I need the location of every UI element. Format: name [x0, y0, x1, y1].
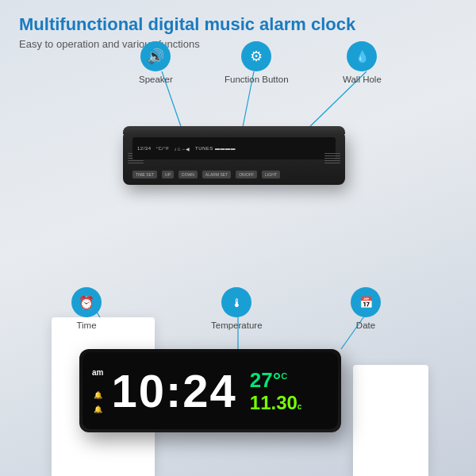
date-icon: 📅 [351, 287, 381, 317]
temperature-label: Temperature [211, 321, 263, 330]
back-display-text: 12/34 [137, 146, 152, 151]
speaker-label: Speaker [139, 75, 173, 84]
time-set-button[interactable]: TIME SET [132, 171, 157, 178]
callout-temperature: 🌡 Temperature [211, 287, 263, 330]
alarm-time-value: 11.30 [250, 393, 298, 413]
callout-wall-hole: 💧 Wall Hole [343, 41, 382, 84]
clock-back-display: 12/34 °C/°F ♪♫→◀ TUNES ▬▬▬▬ [132, 137, 336, 159]
temperature-value: 27° [250, 370, 281, 390]
clock-back-buttons: TIME SET UP DOWN ALARM SET ON/OFF LIGHT [132, 171, 336, 178]
clock-back-top-face [123, 126, 345, 134]
clock-display-inner: am 🔔 🔔 10:24 27° C 11.30 c [83, 352, 338, 429]
on-off-button[interactable]: ON/OFF [236, 171, 257, 178]
light-button[interactable]: LIGHT [262, 171, 280, 178]
right-speaker-grille [324, 136, 340, 180]
am-label: am [92, 368, 103, 377]
clock-front-device: am 🔔 🔔 10:24 27° C 11.30 c [79, 349, 341, 432]
page: Multifunctional digital music alarm cloc… [0, 0, 476, 476]
temperature-icon: 🌡 [221, 287, 251, 317]
pedestal-right [353, 365, 428, 476]
temp-unit: C [281, 371, 287, 381]
date-label: Date [356, 321, 375, 330]
clock-back-device: 12/34 °C/°F ♪♫→◀ TUNES ▬▬▬▬ TIME SET UP … [123, 131, 345, 185]
callout-time: ⏰ Time [71, 287, 102, 330]
alarm-time-group: 11.30 c [250, 393, 302, 413]
function-icon: ⚙ [241, 41, 271, 71]
am-alarm-group: am 🔔 🔔 [92, 368, 103, 413]
alarm2-icon: 🔔 [94, 405, 102, 413]
temperature-group: 27° C [250, 370, 302, 390]
alarm1-icon: 🔔 [94, 391, 102, 399]
wall-hole-icon: 💧 [347, 41, 377, 71]
up-button[interactable]: UP [162, 171, 174, 178]
callout-speaker: 🔊 Speaker [139, 41, 173, 84]
main-time-display: 10:24 [111, 368, 236, 414]
time-icon: ⏰ [71, 287, 102, 317]
right-info-display: 27° C 11.30 c [250, 370, 302, 413]
time-label: Time [76, 321, 96, 330]
page-title: Multifunctional digital music alarm cloc… [19, 14, 457, 35]
speaker-icon: 🔊 [140, 41, 171, 71]
function-label: Function Button [225, 75, 289, 84]
callout-date: 📅 Date [351, 287, 381, 330]
alarm-set-button[interactable]: ALARM SET [202, 171, 231, 178]
clock-front-container: am 🔔 🔔 10:24 27° C 11.30 c [63, 349, 341, 432]
callout-function-button: ⚙ Function Button [225, 41, 289, 84]
clock-back-container: 12/34 °C/°F ♪♫→◀ TUNES ▬▬▬▬ TIME SET UP … [103, 131, 365, 185]
wall-hole-label: Wall Hole [343, 75, 382, 84]
down-button[interactable]: DOWN [178, 171, 198, 178]
alarm-unit: c [298, 402, 302, 411]
